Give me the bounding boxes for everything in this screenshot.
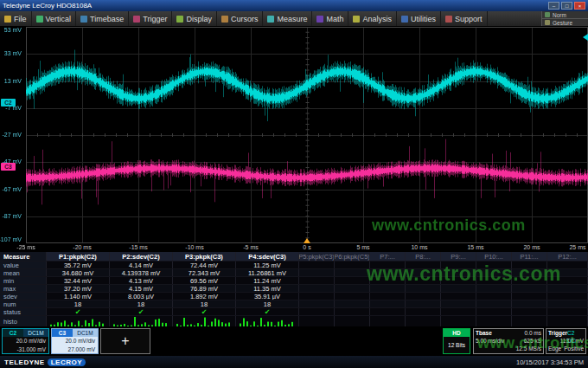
measure-cell-max-p3: 76.89 mV xyxy=(173,285,236,292)
gesture-button[interactable]: Gesture xyxy=(542,19,588,26)
measure-row-label: num xyxy=(0,300,47,307)
measure-cell-num-p11 xyxy=(512,300,547,307)
c2-position-marker[interactable]: C2 xyxy=(1,99,16,107)
menu-item-display[interactable]: Display xyxy=(172,11,217,26)
trigger-time-marker[interactable] xyxy=(304,238,310,243)
measure-col-header-p6[interactable]: P6:pkpk(C5) xyxy=(335,252,370,261)
measure-col-header-p12[interactable]: P12:... xyxy=(547,252,588,261)
measure-col-header-p3[interactable]: P3:pkpk(C3) xyxy=(173,252,236,261)
measure-col-header-p7[interactable]: P7:... xyxy=(370,252,406,261)
measure-col-header-p4[interactable]: P4:sdev(C3) xyxy=(236,252,299,261)
waveform-area: 53 mV33 mV13 mV-7 mV-27 mV-47 mV-67 mV-8… xyxy=(0,27,588,243)
measure-cell-value-p4: 11.25 mV xyxy=(236,261,299,268)
gesture-hand-icon xyxy=(545,20,550,25)
maximize-button[interactable]: □ xyxy=(561,2,572,10)
measure-status-p2: ✔ xyxy=(110,308,173,315)
measure-cell-mean-p8 xyxy=(406,269,441,276)
measure-col-header-p10[interactable]: P10:... xyxy=(476,252,512,261)
measure-cell-sdev-p10 xyxy=(476,293,512,300)
add-trace-button[interactable]: + xyxy=(100,328,150,354)
measure-cell-sdev-p3: 1.892 mV xyxy=(173,293,236,300)
menu-item-cursors[interactable]: Cursors xyxy=(217,11,264,26)
waveform-display[interactable] xyxy=(0,27,588,243)
x-axis-label: 20 ms xyxy=(523,244,540,250)
close-button[interactable]: × xyxy=(574,2,585,10)
trigger-level: 113.0 mV xyxy=(560,337,584,345)
title-bar: Teledyne LeCroy HDO8108A – □ × xyxy=(0,0,588,11)
menu-item-label: Cursors xyxy=(231,15,259,23)
histogram-sparkline xyxy=(49,317,106,326)
menu-item-vertical[interactable]: Vertical xyxy=(32,11,77,26)
measure-col-header-p2[interactable]: P2:sdev(C2) xyxy=(110,252,173,261)
menu-items: FileVerticalTimebaseTriggerDisplayCursor… xyxy=(0,11,541,26)
measure-panel-title: Measure xyxy=(0,252,47,261)
measure-col-header-p5[interactable]: P5:pkpk(C3) xyxy=(299,252,335,261)
menu-item-utilities[interactable]: Utilities xyxy=(397,11,441,26)
measure-cell-sdev-p11 xyxy=(512,293,547,300)
measure-cell-max-p4: 11.35 mV xyxy=(236,285,299,292)
timebase-scale: 5.00 ms/div xyxy=(476,337,504,345)
measure-cell-value-p1: 35.72 mV xyxy=(47,261,110,268)
measure-cell-sdev-p12 xyxy=(547,293,588,300)
menu-item-support[interactable]: Support xyxy=(441,11,488,26)
descriptor-strip: C2 DC1M 20.0 mV/div -31.000 mV C3 DC1M 2… xyxy=(0,326,588,356)
measure-cell-value-p3: 72.44 mV xyxy=(173,261,236,268)
trigger-descriptor[interactable]: Trigger C2 DC 113.0 mV Edge Positive xyxy=(546,328,586,354)
measure-cell-num-p8 xyxy=(406,300,441,307)
histogram-sparkline xyxy=(176,317,233,326)
measure-cell-mean-p7 xyxy=(370,269,406,276)
measure-histo-p12 xyxy=(547,316,588,326)
measure-cell-mean-p5 xyxy=(299,269,335,276)
menu-item-label: Trigger xyxy=(143,15,167,23)
menu-item-file[interactable]: File xyxy=(0,11,32,26)
menu-item-analysis[interactable]: Analysis xyxy=(348,11,397,26)
measure-cell-num-p1: 18 xyxy=(47,300,110,307)
measure-cell-value-p9 xyxy=(441,261,476,268)
measure-cell-max-p5 xyxy=(299,285,335,292)
timebase-menu-icon xyxy=(80,16,87,23)
norm-status-icon xyxy=(545,12,550,17)
hd-mode-indicator[interactable]: HD 12 Bits xyxy=(443,328,470,354)
measure-cell-max-p11 xyxy=(512,285,547,292)
x-axis-label: 0 s xyxy=(303,244,310,250)
brand-lecroy: LECROY xyxy=(48,358,86,366)
measure-cell-min-p6 xyxy=(335,277,370,284)
timebase-descriptor[interactable]: Tbase 0.0 ms 5.00 ms/div 625 kS 12.5 MS/… xyxy=(473,328,544,354)
measure-cell-max-p7 xyxy=(370,285,406,292)
x-axis-label: 25 ms xyxy=(569,244,585,250)
measure-cell-max-p12 xyxy=(547,285,588,292)
menu-item-trigger[interactable]: Trigger xyxy=(129,11,172,26)
measure-cell-value-p10 xyxy=(476,261,512,268)
menu-item-measure[interactable]: Measure xyxy=(263,11,312,26)
trigger-slope: Positive xyxy=(564,345,584,352)
c3-position-marker[interactable]: C3 xyxy=(1,163,16,171)
measure-cell-min-p2: 4.13 mV xyxy=(110,277,173,284)
channel-descriptor-c2[interactable]: C2 DC1M 20.0 mV/div -31.000 mV xyxy=(2,328,49,354)
measure-cell-value-p2: 4.14 mV xyxy=(110,261,173,268)
trigger-level-marker[interactable] xyxy=(583,34,588,41)
measure-histo-p1 xyxy=(47,316,110,326)
c3-scale: 20.0 mV/div xyxy=(52,337,98,345)
measure-histo-p5 xyxy=(299,316,335,326)
measure-histo-p11 xyxy=(512,316,547,326)
measure-status-p4: ✔ xyxy=(236,308,299,315)
menu-item-math[interactable]: Math xyxy=(312,11,348,26)
c2-label: C2 xyxy=(3,329,23,337)
menu-item-timebase[interactable]: Timebase xyxy=(76,11,129,26)
measure-col-header-p1[interactable]: P1:pkpk(C2) xyxy=(47,252,110,261)
measure-col-header-p11[interactable]: P11:... xyxy=(512,252,547,261)
measure-col-header-p8[interactable]: P8:... xyxy=(406,252,441,261)
histogram-sparkline xyxy=(112,317,169,326)
norm-label: Norm xyxy=(553,12,566,18)
measure-col-header-p9[interactable]: P9:... xyxy=(441,252,476,261)
support-menu-icon xyxy=(445,16,452,23)
measure-row-label: sdev xyxy=(0,293,47,300)
y-axis-label: -27 mV xyxy=(2,132,22,138)
channel-descriptor-c3[interactable]: C3 DC1M 20.0 mV/div 27.000 mV xyxy=(51,328,99,354)
measure-cell-num-p12 xyxy=(547,300,588,307)
minimize-button[interactable]: – xyxy=(548,2,559,10)
window-title: Teledyne LeCroy HDO8108A xyxy=(3,2,546,10)
measure-histo-p7 xyxy=(370,316,406,326)
norm-button[interactable]: Norm xyxy=(542,11,588,19)
measure-cell-min-p8 xyxy=(406,277,441,284)
